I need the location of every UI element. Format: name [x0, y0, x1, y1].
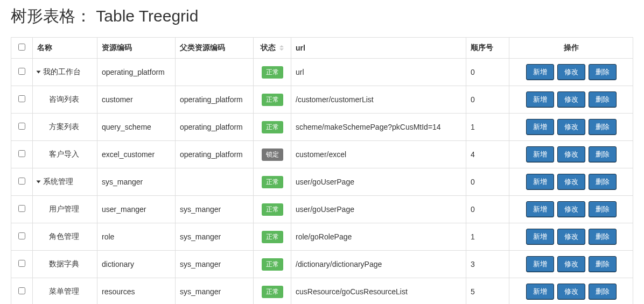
status-badge: 锁定: [262, 149, 283, 161]
edit-button[interactable]: 修改: [557, 201, 585, 217]
header-url[interactable]: url: [291, 38, 466, 59]
row-parent-cell: operating_platform: [176, 86, 254, 114]
row-status-cell: 正常: [254, 168, 291, 196]
row-checkbox-cell: [11, 278, 33, 305]
row-checkbox[interactable]: [18, 68, 25, 75]
header-status[interactable]: 状态: [254, 38, 291, 59]
delete-button[interactable]: 删除: [589, 146, 617, 162]
edit-button[interactable]: 修改: [557, 284, 585, 300]
header-name[interactable]: 名称: [33, 38, 97, 59]
edit-button[interactable]: 修改: [557, 91, 585, 108]
row-code-cell: operating_platform: [97, 59, 176, 86]
row-actions-cell: 新增修改删除: [509, 86, 633, 114]
header-actions: 操作: [509, 38, 633, 59]
row-name-cell[interactable]: 我的工作台: [33, 59, 97, 86]
add-button[interactable]: 新增: [526, 91, 554, 108]
table-row: 方案列表query_schemeoperating_platform正常sche…: [11, 114, 633, 141]
row-checkbox[interactable]: [18, 205, 25, 212]
row-code-cell: resources: [97, 278, 176, 305]
status-badge: 正常: [262, 286, 283, 298]
row-name-cell[interactable]: 菜单管理: [33, 278, 97, 305]
row-code-cell: customer: [97, 86, 176, 114]
add-button[interactable]: 新增: [526, 284, 554, 300]
add-button[interactable]: 新增: [526, 256, 554, 272]
edit-button[interactable]: 修改: [557, 174, 585, 190]
treegrid-table: 名称 资源编码 父类资源编码 状态 url 顺序号 操作 我的工作台operat…: [11, 37, 633, 304]
row-url-cell: role/goRolePage: [291, 223, 466, 251]
delete-button[interactable]: 删除: [589, 174, 617, 190]
delete-button[interactable]: 删除: [589, 119, 617, 135]
row-checkbox[interactable]: [18, 123, 25, 130]
row-checkbox-cell: [11, 59, 33, 86]
row-checkbox[interactable]: [18, 150, 25, 157]
row-checkbox-cell: [11, 223, 33, 251]
row-name-cell[interactable]: 角色管理: [33, 223, 97, 251]
status-badge: 正常: [262, 231, 283, 243]
status-badge: 正常: [262, 258, 283, 271]
status-badge: 正常: [262, 203, 283, 216]
edit-button[interactable]: 修改: [557, 119, 585, 135]
status-badge: 正常: [262, 94, 283, 106]
row-checkbox-cell: [11, 168, 33, 196]
row-order-cell: 0: [466, 196, 509, 223]
delete-button[interactable]: 删除: [589, 229, 617, 245]
table-row: 系统管理sys_manger正常user/goUserPage0新增修改删除: [11, 168, 633, 196]
row-url-cell: user/goUserPage: [291, 168, 466, 196]
row-checkbox[interactable]: [18, 95, 25, 102]
delete-button[interactable]: 删除: [589, 284, 617, 300]
row-name-cell[interactable]: 用户管理: [33, 196, 97, 223]
row-url-cell: scheme/makeSchemePage?pkCusMtId=14: [291, 114, 466, 141]
row-code-cell: role: [97, 223, 176, 251]
row-actions-cell: 新增修改删除: [509, 168, 633, 196]
row-status-cell: 正常: [254, 196, 291, 223]
edit-button[interactable]: 修改: [557, 146, 585, 162]
row-parent-cell: operating_platform: [176, 114, 254, 141]
expand-icon[interactable]: [37, 181, 41, 183]
row-name-cell[interactable]: 系统管理: [33, 168, 97, 196]
row-parent-cell: [176, 168, 254, 196]
add-button[interactable]: 新增: [526, 64, 554, 80]
select-all-checkbox[interactable]: [18, 44, 25, 51]
add-button[interactable]: 新增: [526, 229, 554, 245]
row-name-label: 咨询列表: [49, 95, 79, 103]
delete-button[interactable]: 删除: [589, 91, 617, 108]
edit-button[interactable]: 修改: [557, 64, 585, 80]
add-button[interactable]: 新增: [526, 201, 554, 217]
status-badge: 正常: [262, 66, 283, 79]
page-title: 树形表格： Table Treegrid: [11, 5, 633, 27]
header-order[interactable]: 顺序号: [466, 38, 509, 59]
row-order-cell: 4: [466, 141, 509, 168]
row-name-cell[interactable]: 客户导入: [33, 141, 97, 168]
header-code[interactable]: 资源编码: [97, 38, 176, 59]
delete-button[interactable]: 删除: [589, 201, 617, 217]
row-checkbox[interactable]: [18, 178, 25, 185]
add-button[interactable]: 新增: [526, 119, 554, 135]
row-checkbox[interactable]: [18, 232, 25, 239]
row-checkbox[interactable]: [18, 260, 25, 267]
row-name-cell[interactable]: 方案列表: [33, 114, 97, 141]
header-parent[interactable]: 父类资源编码: [176, 38, 254, 59]
add-button[interactable]: 新增: [526, 174, 554, 190]
expand-icon[interactable]: [37, 71, 41, 74]
row-name-cell[interactable]: 数据字典: [33, 251, 97, 278]
delete-button[interactable]: 删除: [589, 64, 617, 80]
row-status-cell: 正常: [254, 223, 291, 251]
edit-button[interactable]: 修改: [557, 229, 585, 245]
row-checkbox[interactable]: [18, 287, 25, 294]
row-url-cell: customer/excel: [291, 141, 466, 168]
delete-button[interactable]: 删除: [589, 256, 617, 272]
row-code-cell: query_scheme: [97, 114, 176, 141]
row-parent-cell: sys_manger: [176, 196, 254, 223]
row-actions-cell: 新增修改删除: [509, 223, 633, 251]
edit-button[interactable]: 修改: [557, 256, 585, 272]
row-name-label: 我的工作台: [43, 67, 81, 76]
row-name-cell[interactable]: 咨询列表: [33, 86, 97, 114]
row-code-cell: sys_manger: [97, 168, 176, 196]
row-url-cell: cusResource/goCusResourceList: [291, 278, 466, 305]
add-button[interactable]: 新增: [526, 146, 554, 162]
row-url-cell: url: [291, 59, 466, 86]
row-name-label: 客户导入: [49, 150, 79, 158]
header-checkbox-cell: [11, 38, 33, 59]
row-parent-cell: [176, 59, 254, 86]
row-parent-cell: operating_platform: [176, 141, 254, 168]
